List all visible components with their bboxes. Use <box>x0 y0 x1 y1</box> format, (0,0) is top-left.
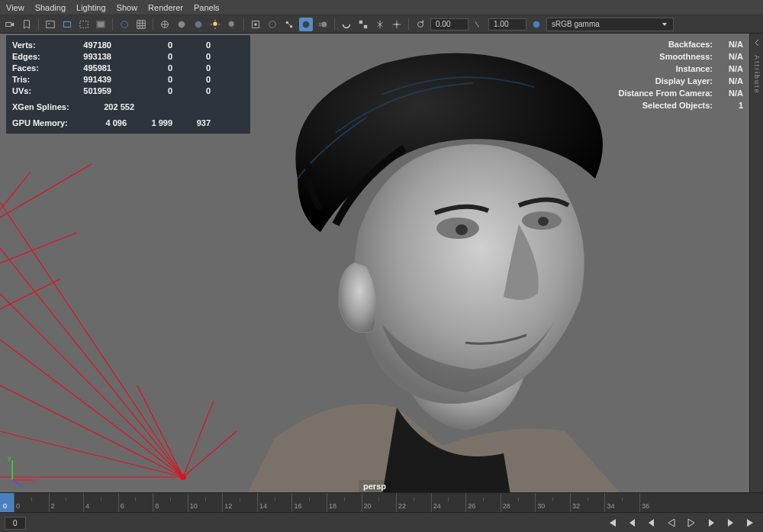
shading-textured-icon[interactable] <box>192 18 205 31</box>
time-tick: 0 <box>14 493 14 512</box>
go-to-end-icon[interactable] <box>743 516 758 530</box>
svg-rect-1 <box>47 21 55 27</box>
select-camera-icon[interactable] <box>3 18 17 31</box>
grid-icon[interactable] <box>134 18 148 31</box>
step-forward-key-icon[interactable] <box>723 516 739 530</box>
step-forward-icon[interactable] <box>703 516 719 530</box>
time-ruler[interactable]: 0 024681012141618202224262830323436 <box>0 493 763 513</box>
colorspace-swatch-icon[interactable] <box>530 18 543 31</box>
sidetab-label: Attribute <box>753 55 761 95</box>
svg-text:x: x <box>32 477 36 485</box>
play-back-icon[interactable] <box>664 516 679 530</box>
pivot-icon[interactable] <box>390 18 404 31</box>
time-tick: 14 <box>257 493 258 512</box>
svg-point-9 <box>179 21 185 27</box>
hud-poly-stats: Verts:49718000 Edges:99313800 Faces:4959… <box>6 35 250 134</box>
time-tick: 34 <box>604 493 605 512</box>
gate-mask-icon[interactable] <box>94 18 108 31</box>
svg-rect-22 <box>359 20 362 23</box>
gamma-field[interactable] <box>488 18 526 31</box>
time-tick: 36 <box>639 493 640 512</box>
time-tick: 26 <box>465 493 466 512</box>
svg-line-35 <box>137 385 183 477</box>
svg-point-43 <box>456 224 468 235</box>
shading-smooth-icon[interactable] <box>175 18 188 31</box>
svg-rect-3 <box>64 21 71 27</box>
svg-line-26 <box>0 202 183 477</box>
time-tick: 8 <box>153 493 153 512</box>
time-tick: 30 <box>535 493 536 512</box>
isolate-select-icon[interactable] <box>249 18 262 31</box>
svg-line-37 <box>0 164 92 218</box>
time-tick: 32 <box>570 493 571 512</box>
svg-point-11 <box>213 21 217 25</box>
shading-wireframe-icon[interactable] <box>158 18 172 31</box>
go-to-start-icon[interactable] <box>604 516 620 530</box>
time-tick: 2 <box>49 493 50 512</box>
svg-line-39 <box>0 279 61 309</box>
film-gate-icon[interactable] <box>60 18 74 31</box>
svg-point-2 <box>48 23 50 24</box>
time-tick: 10 <box>188 493 188 512</box>
shadows-icon[interactable] <box>225 18 239 31</box>
svg-point-7 <box>121 21 128 27</box>
axis-gizmo: y x z <box>5 454 38 488</box>
panel-toolbar: sRGB gamma <box>0 15 763 34</box>
right-collapsed-panel[interactable]: Attribute <box>749 34 763 492</box>
screen-space-ao-icon[interactable] <box>299 18 313 31</box>
symmetry-icon[interactable] <box>373 18 387 31</box>
menu-shading[interactable]: Shading <box>35 3 66 12</box>
xray-joints-icon[interactable] <box>282 18 296 31</box>
exposure-reset-icon[interactable] <box>414 18 427 31</box>
svg-point-20 <box>303 21 310 27</box>
svg-line-19 <box>287 22 291 26</box>
collapse-icon <box>752 38 761 47</box>
time-tick: 22 <box>396 493 397 512</box>
svg-point-12 <box>229 21 234 26</box>
menu-renderer[interactable]: Renderer <box>148 3 183 12</box>
step-back-icon[interactable] <box>644 516 659 530</box>
svg-point-21 <box>321 21 327 27</box>
camera-label: persp <box>359 480 391 492</box>
step-back-key-icon[interactable] <box>624 516 639 530</box>
xray-icon[interactable] <box>266 18 279 31</box>
menu-show[interactable]: Show <box>117 3 138 12</box>
snap-icon[interactable] <box>340 18 353 31</box>
current-frame-marker[interactable]: 0 <box>0 493 14 512</box>
menu-view[interactable]: View <box>6 3 24 12</box>
component-icon[interactable] <box>356 18 370 31</box>
svg-rect-4 <box>80 21 89 27</box>
svg-point-44 <box>538 217 549 226</box>
range-start-field[interactable]: 0 <box>5 517 26 530</box>
timeline: 0 024681012141618202224262830323436 0 <box>0 492 763 532</box>
time-tick: 12 <box>222 493 223 512</box>
colorspace-value: sRGB gamma <box>552 20 600 28</box>
svg-point-15 <box>254 23 257 26</box>
svg-point-10 <box>195 21 202 27</box>
resolution-gate-icon[interactable] <box>77 18 91 31</box>
time-tick: 18 <box>327 493 327 512</box>
exposure-field[interactable] <box>430 18 468 31</box>
svg-point-24 <box>395 23 398 26</box>
gamma-icon[interactable] <box>472 18 485 31</box>
menu-lighting[interactable]: Lighting <box>76 3 106 12</box>
svg-line-47 <box>12 480 21 486</box>
colorspace-dropdown[interactable]: sRGB gamma <box>546 18 674 31</box>
bookmark-icon[interactable] <box>20 18 34 31</box>
viewport[interactable]: Verts:49718000 Edges:99313800 Faces:4959… <box>0 34 749 492</box>
time-tick: 16 <box>291 493 292 512</box>
use-all-lights-icon[interactable] <box>208 18 222 31</box>
svg-line-27 <box>0 248 183 477</box>
wireframe-selected-icon[interactable] <box>118 18 131 31</box>
svg-rect-23 <box>364 24 367 27</box>
play-forward-icon[interactable] <box>684 516 699 530</box>
svg-rect-6 <box>98 21 105 27</box>
time-tick: 6 <box>118 493 119 512</box>
menu-panels[interactable]: Panels <box>194 3 220 12</box>
svg-text:z: z <box>21 482 25 488</box>
image-plane-icon[interactable] <box>43 18 57 31</box>
motion-blur-icon[interactable] <box>316 18 330 31</box>
time-tick: 24 <box>431 493 432 512</box>
panel-menubar: View Shading Lighting Show Renderer Pane… <box>0 0 763 15</box>
hud-object-info: Backfaces:N/A Smoothness:N/A Instance:N/… <box>591 38 743 111</box>
